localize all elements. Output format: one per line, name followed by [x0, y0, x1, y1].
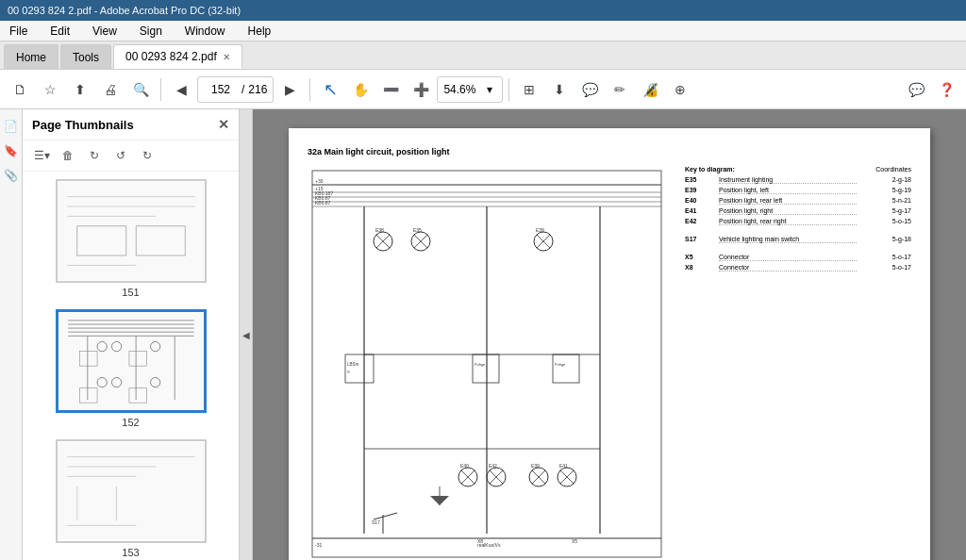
svg-rect-7: [58, 313, 204, 410]
key-coord-x5: 5-o-17: [864, 254, 911, 260]
tab-pdf[interactable]: 00 0293 824 2.pdf ✕: [113, 44, 242, 69]
sidebar-close-button[interactable]: ✕: [218, 117, 229, 132]
stamp-button[interactable]: 🔏: [636, 75, 664, 104]
key-desc-s17: Vehicle lighting main switch: [719, 236, 857, 243]
key-code-e39: E39: [685, 187, 711, 193]
print-button[interactable]: 🖨: [96, 75, 125, 104]
hand-tool-button[interactable]: ✋: [346, 75, 375, 104]
svg-text:Pvhge: Pvhge: [555, 362, 566, 367]
key-coord-e42: 5-o-15: [864, 218, 911, 224]
upload-button[interactable]: ⬆: [66, 75, 94, 104]
page-input[interactable]: [204, 83, 238, 96]
key-code-s17: S17: [685, 236, 711, 242]
select-tool-button[interactable]: ↖: [316, 75, 344, 104]
wiring-diagram: +30 +15 KB0.187 KB0.87 KB0.87: [308, 166, 666, 560]
svg-text:E39: E39: [531, 463, 540, 469]
key-code-x8: X8: [685, 264, 711, 271]
key-coord-s17: 5-g-18: [864, 236, 911, 242]
key-entry-x5: X5Connector5-o-17: [685, 254, 911, 261]
tab-home[interactable]: Home: [4, 44, 58, 69]
zoom-dropdown-icon[interactable]: ▾: [487, 83, 492, 96]
key-code-e41: E41: [685, 207, 711, 214]
zoom-out-toolbar-button[interactable]: 🔍: [126, 75, 155, 104]
tools-panel-button[interactable]: ⊞: [515, 75, 543, 104]
bookmarks-tool[interactable]: 🔖: [2, 141, 21, 160]
key-code-e35: E35: [685, 176, 711, 183]
sidebar-redo-btn[interactable]: ↻: [136, 144, 158, 167]
key-coord-x8: 5-o-17: [864, 264, 911, 271]
sidebar-header: Page Thumbnails ✕: [23, 109, 239, 140]
next-page-button[interactable]: ▶: [275, 75, 304, 104]
prev-page-button[interactable]: ◀: [167, 75, 195, 104]
menu-file[interactable]: File: [4, 23, 33, 40]
titlebar-title: 00 0293 824 2.pdf - Adobe Acrobat Pro DC…: [8, 5, 241, 16]
content-area[interactable]: 32a Main light circuit, position light: [253, 109, 966, 560]
key-desc-e35: Instrument lighting: [719, 176, 857, 184]
zoom-in-button[interactable]: ➕: [407, 75, 435, 104]
key-code-e42: E42: [685, 218, 711, 224]
menu-view[interactable]: View: [87, 23, 123, 40]
sidebar-delete-btn[interactable]: 🗑: [57, 144, 79, 167]
key-area: Key to diagram: Coordinates E35Instrumen…: [685, 166, 911, 560]
tab-close-icon[interactable]: ✕: [223, 52, 230, 62]
menubar: File Edit View Sign Window Help: [0, 21, 966, 41]
sidebar-undo-btn[interactable]: ↺: [109, 144, 132, 167]
more-tools-button[interactable]: ⊕: [666, 75, 694, 104]
help-button[interactable]: ❓: [932, 75, 960, 104]
sidebar-menu-btn[interactable]: ☰▾: [30, 144, 53, 167]
left-tools: 📄 🔖 📎: [0, 109, 23, 560]
svg-text:E35: E35: [413, 227, 422, 233]
thumbnail-152-label: 152: [30, 417, 231, 428]
zoom-control: ▾: [437, 76, 503, 103]
tab-tools[interactable]: Tools: [60, 44, 111, 69]
svg-text:E39: E39: [536, 227, 544, 233]
svg-text:X5: X5: [572, 538, 577, 544]
svg-text:E38: E38: [375, 227, 384, 233]
pages-tool[interactable]: 📄: [2, 117, 21, 136]
thumbnail-151[interactable]: 151: [30, 179, 231, 298]
download-button[interactable]: ⬇: [545, 75, 574, 104]
zoom-out-button[interactable]: ➖: [376, 75, 405, 104]
thumbnails-container: 151: [23, 172, 239, 560]
svg-text:E40: E40: [460, 463, 469, 469]
tab-tools-label: Tools: [73, 51, 99, 64]
svg-text:realKuo/Vs: realKuo/Vs: [477, 542, 501, 548]
svg-text:LBSm: LBSm: [347, 362, 359, 367]
comment-button[interactable]: 💬: [575, 75, 604, 104]
key-desc-x5: Connector: [719, 254, 857, 261]
svg-text:-31: -31: [315, 542, 322, 548]
svg-text:E42: E42: [489, 463, 497, 469]
thumbnail-152[interactable]: 152: [30, 309, 231, 428]
new-window-button[interactable]: 🗋: [6, 75, 34, 104]
zoom-input[interactable]: [443, 83, 485, 96]
key-entry-e41: E41Position light, right5-g-17: [685, 207, 911, 215]
diagram-area: +30 +15 KB0.187 KB0.87 KB0.87: [308, 166, 911, 560]
menu-sign[interactable]: Sign: [134, 23, 168, 40]
sidebar-rotate-cw-btn[interactable]: ↻: [83, 144, 106, 167]
thumbnail-153[interactable]: 153: [30, 439, 231, 558]
key-code-e40: E40: [685, 197, 711, 204]
svg-text:Pvhge: Pvhge: [475, 362, 486, 367]
menu-help[interactable]: Help: [242, 23, 277, 40]
page-sep: /: [242, 83, 244, 96]
attachments-tool[interactable]: 📎: [2, 166, 21, 185]
sidebar-collapse-handle[interactable]: ◀: [240, 109, 253, 560]
chat-icon[interactable]: 💬: [902, 75, 930, 104]
key-coord-e35: 2-g-18: [864, 176, 911, 183]
svg-text:+30: +30: [315, 178, 324, 184]
svg-text:KB0.87: KB0.87: [315, 200, 331, 206]
key-entry-x8: X8Connector5-o-17: [685, 264, 911, 272]
pen-button[interactable]: ✏: [606, 75, 634, 104]
toolbar-sep-1: [160, 78, 161, 101]
menu-window[interactable]: Window: [179, 23, 231, 40]
key-desc-e39: Position light, left: [719, 187, 857, 194]
key-desc-x8: Connector: [719, 264, 857, 272]
key-coord-e39: 5-g-19: [864, 187, 911, 193]
bookmark-button[interactable]: ☆: [36, 75, 64, 104]
tab-home-label: Home: [16, 51, 46, 64]
svg-text:E41: E41: [559, 463, 568, 469]
menu-edit[interactable]: Edit: [44, 23, 75, 40]
thumbnail-151-label: 151: [30, 287, 231, 298]
key-coord-e40: 5-n-21: [864, 197, 911, 204]
key-desc-e42: Position light, rear right: [719, 218, 857, 225]
